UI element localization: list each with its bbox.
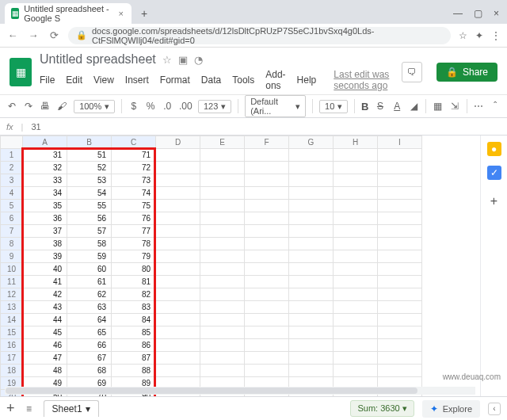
cell[interactable]: 87 [112, 352, 156, 365]
cell[interactable]: 53 [67, 174, 112, 187]
extensions-icon[interactable]: ✦ [475, 30, 483, 41]
paint-format-icon[interactable]: 🖌 [57, 101, 67, 112]
cell[interactable] [156, 238, 200, 250]
cell[interactable] [156, 200, 200, 212]
cell[interactable] [334, 225, 378, 238]
cell[interactable] [156, 250, 200, 263]
cell[interactable] [200, 276, 245, 288]
row-header[interactable]: 14 [1, 314, 23, 326]
share-button[interactable]: 🔒 Share [436, 63, 497, 82]
cell[interactable] [289, 352, 334, 365]
cell[interactable]: 84 [112, 314, 156, 326]
panel-toggle-icon[interactable]: ‹ [488, 403, 501, 415]
cell[interactable]: 60 [67, 263, 112, 276]
cell[interactable] [156, 288, 200, 301]
menu-file[interactable]: File [40, 74, 55, 86]
address-bar[interactable]: 🔒 docs.google.com/spreadsheets/d/12lsDlt… [68, 27, 451, 44]
cell[interactable]: 81 [112, 276, 156, 288]
cell[interactable]: 68 [67, 365, 112, 377]
bold-icon[interactable]: B [361, 101, 368, 113]
cell[interactable] [245, 225, 289, 238]
cell[interactable] [289, 162, 334, 174]
menu-icon[interactable]: ⋮ [491, 30, 501, 41]
cell[interactable]: 83 [112, 301, 156, 314]
maximize-icon[interactable]: ▢ [474, 8, 482, 19]
cell[interactable] [334, 276, 378, 288]
cell[interactable] [156, 149, 200, 162]
formula-bar[interactable]: fx | 31 [0, 118, 507, 136]
browser-tab[interactable]: ▦ Untitled spreadsheet - Google S × [5, 3, 132, 24]
row-header[interactable]: 8 [1, 238, 23, 250]
col-header[interactable]: B [67, 136, 112, 149]
cell[interactable] [289, 326, 334, 339]
cell[interactable] [378, 301, 422, 314]
cell[interactable] [245, 301, 289, 314]
cell[interactable]: 62 [67, 288, 112, 301]
row-header[interactable]: 18 [1, 365, 23, 377]
cell[interactable] [289, 314, 334, 326]
fill-color-icon[interactable]: ◢ [409, 101, 419, 112]
cell[interactable] [378, 250, 422, 263]
font-size-select[interactable]: 10▾ [319, 100, 348, 113]
dec-increase-icon[interactable]: .00 [179, 101, 192, 112]
cell[interactable] [245, 174, 289, 187]
cell[interactable]: 66 [67, 339, 112, 352]
cell[interactable] [156, 225, 200, 238]
comments-icon[interactable]: 🗨 [402, 62, 422, 82]
cell[interactable] [334, 200, 378, 212]
cell[interactable] [200, 288, 245, 301]
cell[interactable] [334, 238, 378, 250]
cell[interactable]: 79 [112, 250, 156, 263]
row-header[interactable]: 15 [1, 326, 23, 339]
add-sidepanel-icon[interactable]: + [490, 194, 497, 208]
cell[interactable] [289, 149, 334, 162]
row-header[interactable]: 7 [1, 225, 23, 238]
tasks-icon[interactable]: ✓ [487, 166, 501, 180]
cell[interactable] [334, 212, 378, 225]
sheets-logo-icon[interactable]: ▦ [10, 58, 32, 86]
move-doc-icon[interactable]: ▣ [178, 54, 188, 66]
menu-format[interactable]: Format [160, 74, 190, 86]
cell[interactable]: 33 [23, 174, 67, 187]
cell[interactable] [378, 365, 422, 377]
cell[interactable] [200, 339, 245, 352]
cell[interactable]: 78 [112, 238, 156, 250]
cell[interactable]: 76 [112, 212, 156, 225]
redo-icon[interactable]: ↷ [23, 101, 33, 112]
cell[interactable]: 75 [112, 200, 156, 212]
col-header[interactable]: H [334, 136, 378, 149]
row-header[interactable]: 1 [1, 149, 23, 162]
cell[interactable]: 73 [112, 174, 156, 187]
row-header[interactable]: 16 [1, 339, 23, 352]
cell[interactable]: 39 [23, 250, 67, 263]
cell[interactable] [245, 276, 289, 288]
cell[interactable]: 65 [67, 326, 112, 339]
cell[interactable]: 52 [67, 162, 112, 174]
row-header[interactable]: 6 [1, 212, 23, 225]
cell[interactable]: 61 [67, 276, 112, 288]
cell[interactable] [245, 200, 289, 212]
col-header[interactable]: E [200, 136, 245, 149]
explore-button[interactable]: ✦ Explore [422, 400, 480, 418]
col-header[interactable]: G [289, 136, 334, 149]
doc-title[interactable]: Untitled spreadsheet [40, 52, 156, 67]
menu-help[interactable]: Help [297, 74, 317, 86]
dec-decrease-icon[interactable]: .0 [162, 101, 173, 112]
cell[interactable] [289, 174, 334, 187]
cell[interactable] [245, 352, 289, 365]
last-edit-text[interactable]: Last edit was seconds ago [334, 69, 394, 91]
cell[interactable] [289, 301, 334, 314]
cell[interactable] [245, 314, 289, 326]
forward-icon[interactable]: → [27, 29, 40, 41]
cell[interactable]: 74 [112, 187, 156, 200]
cell[interactable] [156, 187, 200, 200]
cell[interactable] [334, 174, 378, 187]
cell[interactable] [289, 200, 334, 212]
borders-icon[interactable]: ▦ [433, 101, 443, 112]
cell[interactable] [200, 162, 245, 174]
cell[interactable] [200, 149, 245, 162]
cell[interactable]: 86 [112, 339, 156, 352]
cell[interactable]: 31 [23, 149, 67, 162]
cell[interactable] [200, 174, 245, 187]
cell[interactable] [200, 314, 245, 326]
